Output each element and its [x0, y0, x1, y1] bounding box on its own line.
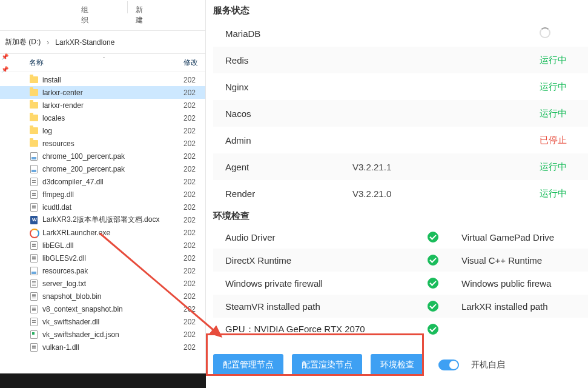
pak-file-icon	[29, 152, 39, 161]
check-icon	[428, 301, 438, 312]
check-icon	[428, 232, 438, 242]
env-check-row: DirectX Runtime	[213, 249, 449, 272]
breadcrumb-folder[interactable]: LarkXR-Standlone	[55, 38, 114, 47]
file-row[interactable]: resources202	[0, 137, 205, 150]
env-check-button[interactable]: 环境检查	[371, 354, 424, 376]
file-row[interactable]: snapshot_blob.bin202	[0, 290, 205, 303]
service-name: Nacos	[225, 109, 352, 119]
service-status: 已停止	[540, 135, 582, 146]
service-status-title: 服务状态	[213, 2, 588, 20]
service-row: AgentV3.2.21.1运行中	[213, 153, 588, 180]
env-check-label: Audio Driver	[225, 232, 428, 242]
file-name: libGLESv2.dll	[42, 254, 183, 263]
file-row[interactable]: ffmpeg.dll202	[0, 188, 205, 201]
env-check-row: GPU：NVIDIA GeForce RTX 2070	[213, 318, 449, 341]
config-manage-node-button[interactable]: 配置管理节点	[213, 354, 283, 376]
file-row[interactable]: libGLESv2.dll202	[0, 252, 205, 264]
file-row[interactable]: chrome_200_percent.pak202	[0, 162, 205, 175]
action-bar: 配置管理节点 配置渲染节点 环境检查 开机自启	[213, 354, 505, 376]
file-name: d3dcompiler_47.dll	[42, 178, 183, 186]
column-modified[interactable]: 修改	[183, 58, 200, 68]
file-name: vk_swiftshader_icd.json	[42, 330, 183, 339]
file-modified: 202	[183, 318, 200, 326]
env-check-row: Windows private firewall	[213, 272, 449, 295]
file-modified: 202	[183, 305, 200, 313]
spinner-icon	[540, 27, 550, 38]
ribbon-group[interactable]: 组织	[79, 4, 97, 27]
service-name: Render	[225, 189, 352, 199]
breadcrumb-drive[interactable]: 新加卷 (D:)	[5, 37, 41, 47]
file-name: larkxr-render	[42, 101, 183, 110]
service-status: 运行中	[540, 161, 582, 173]
service-status: 运行中	[540, 108, 582, 119]
env-check-label: Windows public firewa	[461, 278, 584, 289]
file-modified: 202	[183, 292, 200, 301]
file-row[interactable]: d3dcompiler_47.dll202	[0, 175, 205, 188]
file-row[interactable]: LarkXR3.2版本单机版部署文档.docx202	[0, 213, 205, 226]
file-modified: 202	[183, 127, 200, 135]
file-name: vk_swiftshader.dll	[42, 318, 183, 326]
service-row: RenderV3.2.21.0运行中	[213, 180, 588, 207]
folder-icon	[29, 139, 39, 149]
folder-icon	[29, 75, 39, 85]
ribbon-new[interactable]: 新建	[133, 4, 151, 27]
file-row[interactable]: libEGL.dll202	[0, 239, 205, 252]
service-name: Nginx	[225, 82, 352, 92]
pak-file-icon	[29, 266, 39, 276]
file-modified: 202	[183, 343, 200, 352]
dll-file-icon	[29, 343, 39, 352]
file-modified: 202	[183, 267, 200, 275]
divider	[127, 1, 128, 13]
breadcrumb[interactable]: 新加卷 (D:) › LarkXR-Standlone	[0, 31, 205, 54]
service-name: Admin	[225, 135, 352, 146]
file-name: locales	[42, 114, 183, 122]
service-row: Redis运行中	[213, 47, 588, 73]
autostart-toggle[interactable]	[438, 360, 459, 370]
file-row[interactable]: install202	[0, 73, 205, 86]
file-row[interactable]: resources.pak202	[0, 264, 205, 277]
check-icon	[428, 324, 438, 335]
pak-file-icon	[29, 164, 39, 174]
file-name: snapshot_blob.bin	[42, 292, 183, 301]
config-render-node-button[interactable]: 配置渲染节点	[292, 354, 362, 376]
file-row[interactable]: vk_swiftshader.dll202	[0, 315, 205, 328]
file-row[interactable]: vk_swiftshader_icd.json202	[0, 328, 205, 341]
file-modified: 202	[183, 190, 200, 199]
file-row[interactable]: v8_context_snapshot.bin202	[0, 303, 205, 315]
folder-icon	[29, 113, 39, 123]
file-row[interactable]: vulkan-1.dll202	[0, 341, 205, 353]
sort-indicator-icon: ˇ	[103, 56, 105, 62]
exe-icon	[29, 228, 39, 238]
folder-icon	[29, 88, 39, 98]
file-row[interactable]: locales202	[0, 112, 205, 124]
file-row[interactable]: chrome_100_percent.pak202	[0, 150, 205, 162]
file-modified: 202	[183, 114, 200, 122]
file-name: resources.pak	[42, 267, 183, 275]
env-check-title: 环境检查	[213, 208, 588, 226]
check-icon	[428, 278, 438, 289]
env-check-label: GPU：NVIDIA GeForce RTX 2070	[225, 324, 428, 335]
file-row[interactable]: icudtl.dat202	[0, 201, 205, 213]
column-name[interactable]: 名称	[29, 58, 183, 68]
file-modified: 202	[183, 241, 200, 250]
file-modified: 202	[183, 229, 200, 237]
file-modified: 202	[183, 165, 200, 173]
file-row[interactable]: larkxr-center202	[0, 86, 205, 99]
file-list-header: 名称 ˇ 修改	[0, 54, 205, 72]
dll-file-icon	[29, 253, 39, 263]
file-explorer: 组织 新建 文件夹 新加卷 (D:) › LarkXR-Standlone 📌 …	[0, 0, 206, 388]
env-check-label: Visual C++ Runtime	[461, 255, 584, 266]
file-row[interactable]: LarkXRLauncher.exe202	[0, 226, 205, 239]
txt-file-icon	[29, 292, 39, 301]
dll-file-icon	[29, 177, 39, 187]
file-modified: 202	[183, 89, 200, 97]
file-row[interactable]: log202	[0, 124, 205, 137]
txt-file-icon	[29, 202, 39, 212]
file-row[interactable]: server_log.txt202	[0, 277, 205, 290]
service-status	[540, 27, 582, 40]
file-row[interactable]: larkxr-render202	[0, 99, 205, 112]
env-check-list: Audio DriverDirectX RuntimeWindows priva…	[213, 226, 588, 341]
env-check-label: Windows private firewall	[225, 278, 428, 289]
env-check-row: Virtual GamePad Drive	[449, 226, 588, 249]
file-modified: 202	[183, 203, 200, 212]
